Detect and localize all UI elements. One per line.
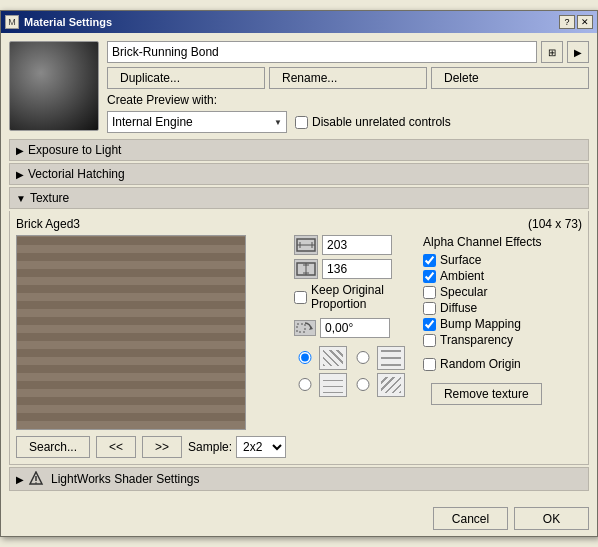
close-button[interactable]: ✕ bbox=[577, 15, 593, 29]
cancel-button[interactable]: Cancel bbox=[433, 507, 508, 530]
pattern-box-2 bbox=[377, 346, 405, 370]
sample-label: Sample: bbox=[188, 440, 232, 454]
sample-select[interactable]: 2x2 1x1 4x4 bbox=[236, 436, 286, 458]
remove-texture-button[interactable]: Remove texture bbox=[431, 383, 542, 405]
ok-button[interactable]: OK bbox=[514, 507, 589, 530]
texture-name: Brick Aged3 bbox=[16, 217, 80, 231]
pattern-cross-icon bbox=[381, 350, 401, 366]
duplicate-button[interactable]: Duplicate... bbox=[107, 67, 265, 89]
right-controls: ⊞ ▶ Duplicate... Rename... Delete Create… bbox=[107, 41, 589, 133]
disable-controls-text: Disable unrelated controls bbox=[312, 115, 451, 129]
diffuse-checkbox[interactable] bbox=[423, 302, 436, 315]
rotation-icon bbox=[294, 320, 316, 336]
texture-section-label: Texture bbox=[30, 191, 69, 205]
content-area: ⊞ ▶ Duplicate... Rename... Delete Create… bbox=[1, 33, 597, 501]
svg-marker-8 bbox=[309, 326, 313, 330]
surface-label[interactable]: Surface bbox=[423, 253, 542, 267]
remove-texture-container: Remove texture bbox=[423, 383, 542, 405]
surface-checkbox[interactable] bbox=[423, 254, 436, 267]
transparency-label[interactable]: Transparency bbox=[423, 333, 542, 347]
width-input[interactable] bbox=[322, 235, 392, 255]
engine-row: Internal Engine ▼ Disable unrelated cont… bbox=[107, 111, 589, 133]
bump-label[interactable]: Bump Mapping bbox=[423, 317, 542, 331]
lightworks-section-header[interactable]: ▶ LightWorks Shader Settings bbox=[9, 467, 589, 491]
texture-preview-container: Search... << >> Sample: 2x2 1x1 4x4 bbox=[16, 235, 286, 458]
rotation-icon-svg bbox=[295, 321, 315, 335]
pattern-radio-2[interactable] bbox=[352, 351, 374, 364]
specular-label[interactable]: Specular bbox=[423, 285, 542, 299]
texture-preview bbox=[16, 235, 246, 430]
main-window: M Material Settings ? ✕ ⊞ ▶ Duplicate...… bbox=[0, 10, 598, 537]
pattern-radio-1[interactable] bbox=[294, 351, 316, 364]
pattern-box-3 bbox=[319, 373, 347, 397]
vectorial-section-header[interactable]: ▶ Vectorial Hatching bbox=[9, 163, 589, 185]
search-button[interactable]: Search... bbox=[16, 436, 90, 458]
specular-checkbox[interactable] bbox=[423, 286, 436, 299]
material-name-input[interactable] bbox=[107, 41, 537, 63]
pattern-radios bbox=[294, 346, 407, 397]
keep-proportion-label[interactable]: Keep OriginalProportion bbox=[294, 283, 407, 312]
height-icon bbox=[294, 259, 318, 279]
height-input[interactable] bbox=[322, 259, 392, 279]
window-title: Material Settings bbox=[24, 16, 559, 28]
exposure-arrow-icon: ▶ bbox=[16, 145, 24, 156]
transparency-text: Transparency bbox=[440, 333, 513, 347]
material-arrow-button[interactable]: ▶ bbox=[567, 41, 589, 63]
exposure-section-header[interactable]: ▶ Exposure to Light bbox=[9, 139, 589, 161]
keep-proportion-text: Keep OriginalProportion bbox=[311, 283, 384, 312]
surface-text: Surface bbox=[440, 253, 481, 267]
ambient-checkbox[interactable] bbox=[423, 270, 436, 283]
action-buttons-row: Duplicate... Rename... Delete bbox=[107, 67, 589, 89]
delete-button[interactable]: Delete bbox=[431, 67, 589, 89]
ambient-text: Ambient bbox=[440, 269, 484, 283]
help-button[interactable]: ? bbox=[559, 15, 575, 29]
width-icon bbox=[294, 235, 318, 255]
material-list-button[interactable]: ⊞ bbox=[541, 41, 563, 63]
pattern-grid-icon bbox=[323, 377, 343, 393]
pattern-box-1 bbox=[319, 346, 347, 370]
random-origin-checkbox[interactable] bbox=[423, 358, 436, 371]
rotation-row bbox=[294, 318, 407, 338]
next-button[interactable]: >> bbox=[142, 436, 182, 458]
pattern-radio-3[interactable] bbox=[294, 378, 316, 391]
disable-controls-checkbox[interactable] bbox=[295, 116, 308, 129]
diffuse-text: Diffuse bbox=[440, 301, 477, 315]
texture-section-body: Brick Aged3 (104 x 73) Search... << >> S… bbox=[9, 211, 589, 465]
texture-dimensions: (104 x 73) bbox=[528, 217, 582, 231]
texture-section-header[interactable]: ▼ Texture bbox=[9, 187, 589, 209]
lightworks-icon bbox=[28, 471, 44, 487]
specular-text: Specular bbox=[440, 285, 487, 299]
pattern-box-4 bbox=[377, 373, 405, 397]
engine-dropdown-value: Internal Engine bbox=[112, 115, 193, 129]
material-preview-sphere bbox=[9, 41, 99, 131]
texture-area: Search... << >> Sample: 2x2 1x1 4x4 bbox=[16, 235, 582, 458]
texture-header: Brick Aged3 (104 x 73) bbox=[16, 217, 582, 231]
diffuse-label[interactable]: Diffuse bbox=[423, 301, 542, 315]
dropdown-arrow-icon: ▼ bbox=[274, 118, 282, 127]
rename-button[interactable]: Rename... bbox=[269, 67, 427, 89]
bump-checkbox[interactable] bbox=[423, 318, 436, 331]
ambient-label[interactable]: Ambient bbox=[423, 269, 542, 283]
create-preview-label: Create Preview with: bbox=[107, 93, 589, 107]
pattern-radio-4[interactable] bbox=[352, 378, 374, 391]
height-icon-svg bbox=[296, 262, 316, 276]
transparency-checkbox[interactable] bbox=[423, 334, 436, 347]
random-origin-label[interactable]: Random Origin bbox=[423, 357, 542, 371]
alpha-channel-title: Alpha Channel Effects bbox=[423, 235, 542, 249]
height-row bbox=[294, 259, 407, 279]
bump-text: Bump Mapping bbox=[440, 317, 521, 331]
keep-proportion-checkbox[interactable] bbox=[294, 291, 307, 304]
disable-controls-label[interactable]: Disable unrelated controls bbox=[295, 115, 451, 129]
vectorial-arrow-icon: ▶ bbox=[16, 169, 24, 180]
window-icon: M bbox=[5, 15, 19, 29]
prev-button[interactable]: << bbox=[96, 436, 136, 458]
engine-dropdown[interactable]: Internal Engine ▼ bbox=[107, 111, 287, 133]
top-area: ⊞ ▶ Duplicate... Rename... Delete Create… bbox=[9, 41, 589, 133]
title-bar-buttons: ? ✕ bbox=[559, 15, 593, 29]
svg-rect-9 bbox=[297, 324, 305, 332]
alpha-channel-panel: Alpha Channel Effects Surface Ambient Sp… bbox=[423, 235, 542, 458]
random-origin-row: Random Origin bbox=[423, 357, 542, 371]
svg-point-12 bbox=[35, 482, 37, 484]
random-origin-text: Random Origin bbox=[440, 357, 521, 371]
rotation-input[interactable] bbox=[320, 318, 390, 338]
